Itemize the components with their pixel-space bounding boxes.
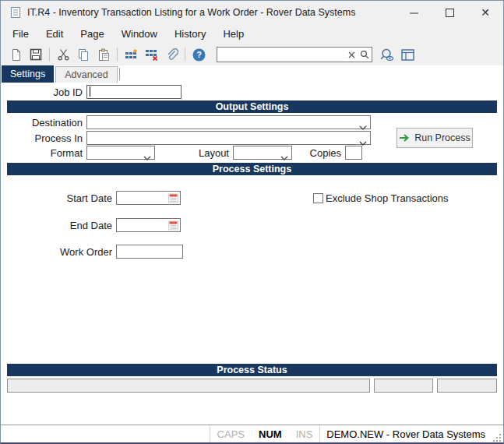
toolbar-separator xyxy=(185,48,185,62)
settings-panel: Job ID Output Settings Destination Proce… xyxy=(1,85,503,393)
layout-select[interactable] xyxy=(233,146,292,160)
menu-history[interactable]: History xyxy=(166,25,214,43)
delete-rows-icon[interactable] xyxy=(141,45,161,64)
copies-label: Copies xyxy=(292,147,345,159)
insert-indicator: INS xyxy=(289,428,320,440)
text-caret xyxy=(90,86,90,97)
calendar-icon xyxy=(168,220,178,231)
tab-advanced[interactable]: Advanced xyxy=(55,66,118,83)
chevron-down-icon xyxy=(143,150,151,164)
exclude-shop-transactions-label: Exclude Shop Transactions xyxy=(326,192,449,204)
destination-select[interactable] xyxy=(86,115,371,129)
num-lock-indicator: NUM xyxy=(252,428,289,440)
close-button[interactable]: ✕ xyxy=(467,1,503,24)
status-message-field xyxy=(7,379,370,393)
new-document-icon[interactable] xyxy=(5,45,26,64)
run-arrow-icon xyxy=(399,133,410,143)
output-settings-header: Output Settings xyxy=(7,100,497,113)
work-order-label: Work Order xyxy=(1,246,116,258)
svg-text:?: ? xyxy=(196,50,202,59)
job-id-input[interactable] xyxy=(86,85,182,99)
status-bar: CAPS NUM INS DEMO.NEW - Rover Data Syste… xyxy=(1,425,503,442)
toolbar-separator xyxy=(117,48,118,62)
calendar-icon xyxy=(168,193,178,203)
process-status-header: Process Status xyxy=(7,364,497,376)
paste-icon[interactable] xyxy=(93,45,114,64)
clear-search-icon[interactable] xyxy=(346,51,358,58)
insert-rows-icon[interactable] xyxy=(121,45,141,64)
menu-window[interactable]: Window xyxy=(113,25,166,43)
search-icon[interactable] xyxy=(358,50,372,59)
search-input[interactable] xyxy=(217,48,346,61)
end-date-row: End Date xyxy=(1,218,503,232)
copy-icon[interactable] xyxy=(73,45,93,64)
process-status-fields xyxy=(7,379,497,393)
toolbar: ? xyxy=(1,44,503,65)
run-process-button[interactable]: Run Process xyxy=(397,128,473,148)
status-count-field xyxy=(374,379,433,393)
job-id-row: Job ID xyxy=(1,85,503,99)
tab-settings[interactable]: Settings xyxy=(2,65,54,83)
run-process-label: Run Process xyxy=(414,132,471,143)
process-settings-header: Process Settings xyxy=(7,163,497,175)
start-date-row: Start Date Exclude Shop Transactions xyxy=(1,191,503,205)
app-window: IT.R4 - Inventory Transaction Listing fo… xyxy=(0,0,504,444)
document-list-icon xyxy=(10,6,21,19)
chevron-down-icon xyxy=(280,150,288,164)
end-date-input[interactable] xyxy=(116,218,181,232)
chevron-down-icon xyxy=(359,136,367,150)
attachment-icon[interactable] xyxy=(161,45,182,64)
maximize-button[interactable] xyxy=(432,1,467,24)
start-date-label: Start Date xyxy=(1,192,116,204)
tab-strip-edge xyxy=(119,68,120,80)
panel-layout-icon[interactable] xyxy=(397,45,418,64)
work-order-input[interactable] xyxy=(116,245,183,259)
menu-bar: File Edit Page Window History Help xyxy=(1,24,503,44)
resize-grip[interactable] xyxy=(492,432,502,442)
end-date-label: End Date xyxy=(1,220,116,231)
toolbar-search xyxy=(217,47,372,62)
title-bar: IT.R4 - Inventory Transaction Listing fo… xyxy=(1,1,503,24)
find-preview-icon[interactable] xyxy=(377,45,397,64)
destination-label: Destination xyxy=(1,117,86,129)
tab-strip: Settings Advanced xyxy=(1,65,503,83)
company-connection-label: DEMO.NEW - Rover Data Systems xyxy=(320,428,492,440)
status-time-field xyxy=(437,379,497,393)
work-order-row: Work Order xyxy=(1,245,503,259)
process-in-label: Process In xyxy=(1,132,86,144)
caps-lock-indicator: CAPS xyxy=(210,428,252,440)
menu-file[interactable]: File xyxy=(4,25,37,43)
menu-help[interactable]: Help xyxy=(214,25,252,43)
window-title: IT.R4 - Inventory Transaction Listing fo… xyxy=(27,7,396,18)
exclude-shop-transactions-group: Exclude Shop Transactions xyxy=(313,192,449,204)
minimize-button[interactable] xyxy=(396,1,432,24)
process-in-select[interactable] xyxy=(86,131,371,145)
save-icon[interactable] xyxy=(26,45,46,64)
format-label: Format xyxy=(1,147,86,159)
cut-icon[interactable] xyxy=(53,45,73,64)
menu-page[interactable]: Page xyxy=(72,25,112,43)
help-icon[interactable]: ? xyxy=(189,45,209,64)
exclude-shop-transactions-checkbox[interactable] xyxy=(313,193,323,203)
start-date-input[interactable] xyxy=(116,191,181,205)
menu-edit[interactable]: Edit xyxy=(37,25,72,43)
layout-label: Layout xyxy=(155,147,233,159)
toolbar-separator xyxy=(49,48,50,62)
job-id-label: Job ID xyxy=(1,86,86,98)
format-select[interactable] xyxy=(86,146,155,160)
